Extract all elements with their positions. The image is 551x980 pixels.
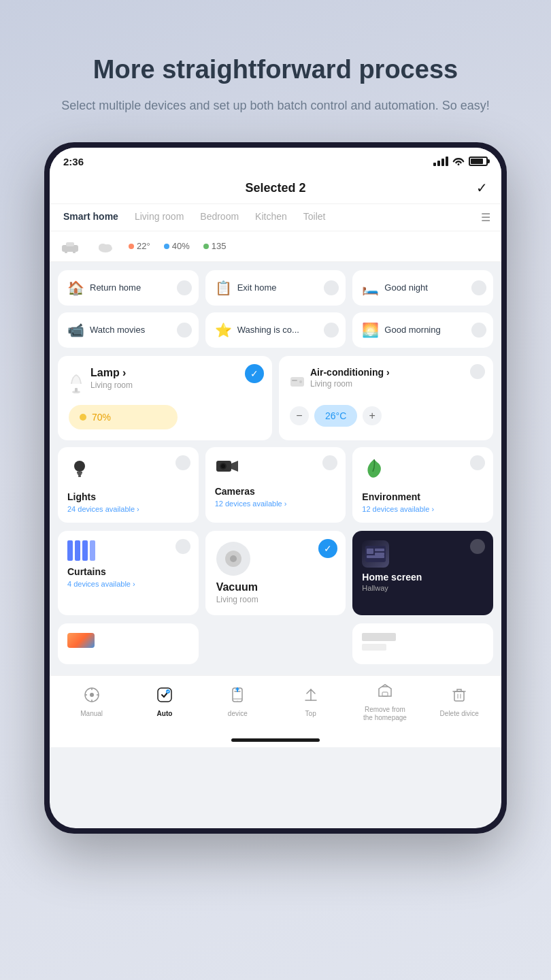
- bottom-thumbnail: [67, 633, 95, 648]
- tab-kitchen[interactable]: Kitchen: [252, 204, 290, 230]
- vacuum-location: Living room: [216, 595, 335, 604]
- ac-toggle[interactable]: [470, 364, 485, 379]
- curtains-icon: [67, 540, 189, 561]
- vacuum-card[interactable]: ✓ Vacuum Living room: [205, 531, 346, 615]
- scene-watch-movies[interactable]: 📹 Watch movies: [58, 312, 199, 348]
- svg-rect-2: [65, 250, 67, 253]
- status-time: 2:36: [63, 156, 84, 167]
- bottom-bar-1: [362, 633, 396, 641]
- exit-home-icon: 📋: [215, 280, 232, 296]
- checkmark-button[interactable]: ✓: [476, 180, 488, 196]
- menu-icon[interactable]: ☰: [481, 204, 490, 231]
- svg-rect-25: [375, 549, 384, 551]
- phone-inner: 2:36 Selected 2: [50, 148, 501, 828]
- temp-control: − 26°C +: [290, 405, 482, 427]
- home-screen-location: Hallway: [362, 584, 484, 592]
- washing-icon: ⭐: [215, 322, 232, 338]
- main-content: 🏠 Return home 📋 Exit home 🛏️ Good night …: [50, 262, 501, 675]
- scene-return-home[interactable]: 🏠 Return home: [58, 270, 199, 306]
- lamp-card[interactable]: ✓ Lamp › Living room: [58, 356, 272, 440]
- cameras-toggle[interactable]: [322, 455, 337, 470]
- category-lights[interactable]: Lights 24 devices available ›: [58, 447, 199, 523]
- exit-home-label: Exit home: [237, 282, 337, 293]
- tab-living-room[interactable]: Living room: [132, 204, 186, 230]
- good-night-toggle[interactable]: [471, 280, 486, 295]
- tab-smart-home[interactable]: Smart home: [61, 204, 121, 230]
- page-title: More straightforward process: [61, 54, 489, 86]
- bottom-nav: Manual Auto: [50, 675, 501, 733]
- status-row: 22° 40% 135: [50, 231, 501, 262]
- home-screen-toggle[interactable]: [470, 539, 485, 554]
- exit-home-toggle[interactable]: [324, 280, 339, 295]
- ac-card[interactable]: Air-conditioning › Living room − 26°C +: [279, 356, 493, 440]
- lights-icon: [67, 457, 189, 486]
- ac-text: Air-conditioning › Living room: [310, 367, 390, 397]
- auto-label: Auto: [157, 710, 173, 717]
- svg-point-38: [237, 701, 238, 702]
- svg-rect-8: [75, 388, 78, 392]
- env-toggle[interactable]: [470, 455, 485, 470]
- category-cameras[interactable]: Cameras 12 devices available ›: [205, 447, 346, 523]
- top-label: Top: [305, 710, 316, 717]
- nav-auto[interactable]: Auto: [144, 687, 185, 717]
- second-categories-grid: Curtains 4 devices available › ✓ Vacuum: [58, 531, 493, 615]
- watch-movies-toggle[interactable]: [177, 323, 192, 338]
- selected-title: Selected 2: [245, 181, 305, 195]
- phone-frame: 2:36 Selected 2: [44, 142, 507, 834]
- category-environment[interactable]: Environment 12 devices available ›: [352, 447, 493, 523]
- nav-top[interactable]: Top: [290, 687, 331, 717]
- temp-indicator: 22°: [129, 241, 150, 251]
- svg-point-11: [299, 380, 302, 383]
- svg-point-29: [90, 693, 94, 697]
- return-home-icon: 🏠: [67, 280, 84, 296]
- air-dot: [203, 244, 209, 249]
- lights-toggle[interactable]: [176, 455, 190, 470]
- scene-exit-home[interactable]: 📋 Exit home: [205, 270, 346, 306]
- delete-device-icon: [451, 687, 467, 707]
- lights-sub: 24 devices available ›: [67, 505, 189, 513]
- page-subtitle: Select multiple devices and set up both …: [61, 97, 489, 115]
- categories-grid: Lights 24 devices available › Cameras: [58, 447, 493, 523]
- cameras-name: Cameras: [215, 486, 337, 497]
- vacuum-check[interactable]: ✓: [318, 539, 337, 558]
- nav-delete-device[interactable]: Delete divice: [439, 687, 480, 717]
- curtains-toggle[interactable]: [176, 539, 190, 554]
- lamp-icon: [69, 370, 84, 395]
- temp-increase[interactable]: +: [363, 406, 382, 425]
- nav-remove-homepage[interactable]: Remove fromthe homepage: [363, 683, 407, 722]
- svg-rect-26: [375, 553, 384, 555]
- manual-label: Manual: [80, 710, 103, 717]
- temp-value: 22°: [137, 241, 150, 251]
- svg-rect-13: [77, 472, 82, 474]
- bottom-card-3[interactable]: [352, 623, 493, 664]
- good-night-icon: 🛏️: [362, 280, 379, 296]
- nav-device[interactable]: device: [217, 687, 258, 717]
- washing-toggle[interactable]: [324, 323, 339, 338]
- humidity-dot: [164, 244, 169, 249]
- scene-washing[interactable]: ⭐ Washing is co...: [205, 312, 346, 348]
- tab-bedroom[interactable]: Bedroom: [197, 204, 241, 230]
- air-value: 135: [212, 241, 227, 251]
- scene-good-morning[interactable]: 🌅 Good morning: [352, 312, 493, 348]
- status-icons: [433, 156, 488, 167]
- scene-good-night[interactable]: 🛏️ Good night: [352, 270, 493, 306]
- svg-rect-40: [382, 692, 388, 696]
- vacuum-icon: [216, 542, 250, 576]
- device-top-row: ✓ Lamp › Living room: [58, 356, 493, 440]
- ac-name: Air-conditioning ›: [310, 367, 390, 378]
- lamp-header: Lamp › Living room: [69, 367, 261, 398]
- cameras-icon: [215, 457, 337, 480]
- ac-location: Living room: [310, 379, 390, 389]
- tab-toilet[interactable]: Toilet: [301, 204, 329, 230]
- lamp-check[interactable]: ✓: [245, 364, 264, 383]
- curtains-name: Curtains: [67, 566, 189, 577]
- bottom-card-1[interactable]: [58, 623, 199, 664]
- curtains-card[interactable]: Curtains 4 devices available ›: [58, 531, 199, 615]
- return-home-toggle[interactable]: [177, 280, 192, 295]
- temp-decrease[interactable]: −: [290, 406, 309, 425]
- home-screen-card[interactable]: Home screen Hallway: [352, 531, 493, 615]
- top-icon: [303, 687, 319, 707]
- good-morning-toggle[interactable]: [471, 323, 486, 338]
- bottom-spacer: [205, 623, 346, 664]
- nav-manual[interactable]: Manual: [71, 687, 112, 717]
